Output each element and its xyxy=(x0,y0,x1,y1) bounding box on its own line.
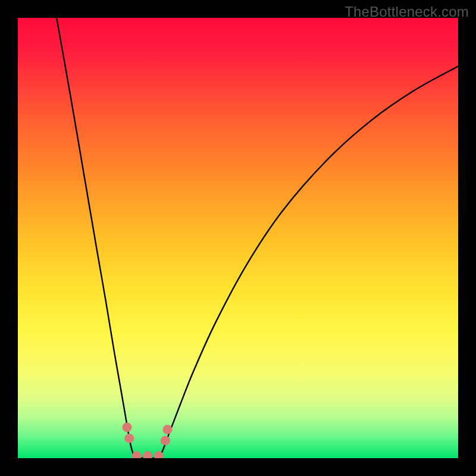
marker-point-g xyxy=(163,425,173,434)
marker-point-a xyxy=(123,422,132,432)
chart-frame xyxy=(18,18,458,458)
watermark: TheBottleneck.com xyxy=(345,4,469,20)
marker-point-f xyxy=(161,436,170,445)
chart-canvas xyxy=(18,18,458,458)
gradient-background xyxy=(18,18,458,458)
marker-point-b xyxy=(124,434,134,443)
